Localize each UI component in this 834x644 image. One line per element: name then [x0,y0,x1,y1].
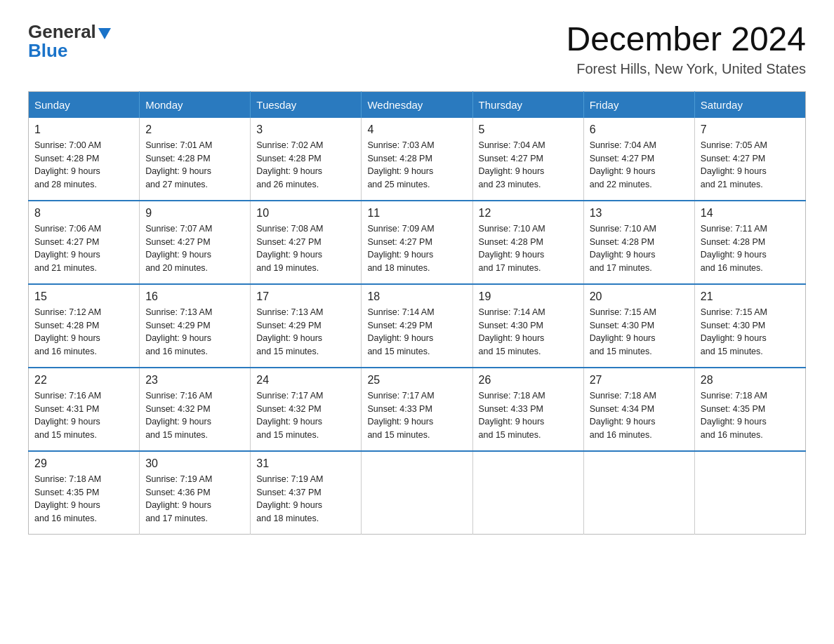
calendar-cell: 14 Sunrise: 7:11 AM Sunset: 4:28 PM Dayl… [694,201,805,284]
logo-triangle-icon [98,28,111,39]
day-info: Sunrise: 7:17 AM Sunset: 4:32 PM Dayligh… [256,389,355,442]
day-info: Sunrise: 7:04 AM Sunset: 4:27 PM Dayligh… [479,139,578,192]
day-number: 19 [479,290,578,303]
day-info: Sunrise: 7:13 AM Sunset: 4:29 PM Dayligh… [145,306,244,358]
day-number: 15 [34,290,133,303]
calendar-cell: 24 Sunrise: 7:17 AM Sunset: 4:32 PM Dayl… [251,368,362,451]
calendar-week-3: 15 Sunrise: 7:12 AM Sunset: 4:28 PM Dayl… [29,284,806,368]
day-number: 5 [479,123,578,136]
day-info: Sunrise: 7:10 AM Sunset: 4:28 PM Dayligh… [479,222,578,275]
calendar-cell: 29 Sunrise: 7:18 AM Sunset: 4:35 PM Dayl… [29,451,140,535]
day-header-saturday: Saturday [694,91,805,118]
day-info: Sunrise: 7:00 AM Sunset: 4:28 PM Dayligh… [34,139,133,192]
calendar-cell: 13 Sunrise: 7:10 AM Sunset: 4:28 PM Dayl… [583,201,694,284]
day-number: 13 [590,207,689,220]
calendar-cell: 25 Sunrise: 7:17 AM Sunset: 4:33 PM Dayl… [362,368,472,451]
day-number: 4 [367,123,466,136]
calendar-cell: 31 Sunrise: 7:19 AM Sunset: 4:37 PM Dayl… [251,451,362,535]
day-info: Sunrise: 7:04 AM Sunset: 4:27 PM Dayligh… [590,139,689,192]
day-info: Sunrise: 7:01 AM Sunset: 4:28 PM Dayligh… [145,139,244,192]
day-number: 2 [145,123,244,136]
day-number: 24 [256,374,355,387]
calendar-cell: 18 Sunrise: 7:14 AM Sunset: 4:29 PM Dayl… [362,284,472,368]
logo: General Blue [28,21,111,62]
day-header-tuesday: Tuesday [251,91,362,118]
calendar-cell: 16 Sunrise: 7:13 AM Sunset: 4:29 PM Dayl… [140,284,251,368]
calendar-cell: 3 Sunrise: 7:02 AM Sunset: 4:28 PM Dayli… [251,118,362,201]
logo-blue: Blue [28,40,67,62]
day-number: 12 [479,207,578,220]
day-info: Sunrise: 7:08 AM Sunset: 4:27 PM Dayligh… [256,222,355,275]
day-info: Sunrise: 7:18 AM Sunset: 4:35 PM Dayligh… [34,473,133,525]
month-title: December 2024 [566,21,806,58]
day-number: 3 [256,123,355,136]
day-number: 6 [590,123,689,136]
day-info: Sunrise: 7:10 AM Sunset: 4:28 PM Dayligh… [590,222,689,275]
day-number: 10 [256,207,355,220]
calendar-week-4: 22 Sunrise: 7:16 AM Sunset: 4:31 PM Dayl… [29,368,806,451]
calendar-cell: 22 Sunrise: 7:16 AM Sunset: 4:31 PM Dayl… [29,368,140,451]
day-number: 31 [256,457,355,470]
day-number: 11 [367,207,466,220]
day-info: Sunrise: 7:19 AM Sunset: 4:36 PM Dayligh… [145,473,244,525]
calendar-week-1: 1 Sunrise: 7:00 AM Sunset: 4:28 PM Dayli… [29,118,806,201]
location-subtitle: Forest Hills, New York, United States [566,61,806,77]
calendar-cell: 10 Sunrise: 7:08 AM Sunset: 4:27 PM Dayl… [251,201,362,284]
day-info: Sunrise: 7:11 AM Sunset: 4:28 PM Dayligh… [701,222,800,275]
calendar-cell: 6 Sunrise: 7:04 AM Sunset: 4:27 PM Dayli… [583,118,694,201]
title-section: December 2024 Forest Hills, New York, Un… [566,21,806,77]
day-info: Sunrise: 7:15 AM Sunset: 4:30 PM Dayligh… [701,306,800,358]
day-info: Sunrise: 7:15 AM Sunset: 4:30 PM Dayligh… [590,306,689,358]
day-number: 9 [145,207,244,220]
calendar-cell: 12 Sunrise: 7:10 AM Sunset: 4:28 PM Dayl… [472,201,583,284]
day-info: Sunrise: 7:17 AM Sunset: 4:33 PM Dayligh… [367,389,466,442]
day-info: Sunrise: 7:07 AM Sunset: 4:27 PM Dayligh… [145,222,244,275]
day-info: Sunrise: 7:16 AM Sunset: 4:32 PM Dayligh… [145,389,244,442]
calendar-cell: 8 Sunrise: 7:06 AM Sunset: 4:27 PM Dayli… [29,201,140,284]
calendar-cell: 17 Sunrise: 7:13 AM Sunset: 4:29 PM Dayl… [251,284,362,368]
day-number: 21 [701,290,800,303]
day-number: 18 [367,290,466,303]
day-number: 23 [145,374,244,387]
day-info: Sunrise: 7:18 AM Sunset: 4:33 PM Dayligh… [479,389,578,442]
calendar-table: SundayMondayTuesdayWednesdayThursdayFrid… [28,91,806,535]
day-number: 1 [34,123,133,136]
calendar-cell [472,451,583,535]
calendar-cell [583,451,694,535]
calendar-cell: 20 Sunrise: 7:15 AM Sunset: 4:30 PM Dayl… [583,284,694,368]
day-number: 27 [590,374,689,387]
calendar-cell: 9 Sunrise: 7:07 AM Sunset: 4:27 PM Dayli… [140,201,251,284]
day-info: Sunrise: 7:14 AM Sunset: 4:30 PM Dayligh… [479,306,578,358]
day-number: 8 [34,207,133,220]
calendar-cell: 23 Sunrise: 7:16 AM Sunset: 4:32 PM Dayl… [140,368,251,451]
day-header-sunday: Sunday [29,91,140,118]
day-header-friday: Friday [583,91,694,118]
day-number: 22 [34,374,133,387]
calendar-cell: 28 Sunrise: 7:18 AM Sunset: 4:35 PM Dayl… [694,368,805,451]
calendar-cell: 19 Sunrise: 7:14 AM Sunset: 4:30 PM Dayl… [472,284,583,368]
calendar-cell: 11 Sunrise: 7:09 AM Sunset: 4:27 PM Dayl… [362,201,472,284]
day-number: 25 [367,374,466,387]
day-info: Sunrise: 7:13 AM Sunset: 4:29 PM Dayligh… [256,306,355,358]
calendar-cell: 1 Sunrise: 7:00 AM Sunset: 4:28 PM Dayli… [29,118,140,201]
day-info: Sunrise: 7:19 AM Sunset: 4:37 PM Dayligh… [256,473,355,525]
calendar-header-row: SundayMondayTuesdayWednesdayThursdayFrid… [29,91,806,118]
day-number: 28 [701,374,800,387]
calendar-cell: 21 Sunrise: 7:15 AM Sunset: 4:30 PM Dayl… [694,284,805,368]
calendar-week-2: 8 Sunrise: 7:06 AM Sunset: 4:27 PM Dayli… [29,201,806,284]
day-info: Sunrise: 7:05 AM Sunset: 4:27 PM Dayligh… [701,139,800,192]
day-header-wednesday: Wednesday [362,91,472,118]
day-number: 29 [34,457,133,470]
calendar-cell: 30 Sunrise: 7:19 AM Sunset: 4:36 PM Dayl… [140,451,251,535]
day-info: Sunrise: 7:14 AM Sunset: 4:29 PM Dayligh… [367,306,466,358]
calendar-cell: 5 Sunrise: 7:04 AM Sunset: 4:27 PM Dayli… [472,118,583,201]
day-number: 26 [479,374,578,387]
day-header-monday: Monday [140,91,251,118]
day-info: Sunrise: 7:18 AM Sunset: 4:35 PM Dayligh… [701,389,800,442]
calendar-cell [694,451,805,535]
day-info: Sunrise: 7:18 AM Sunset: 4:34 PM Dayligh… [590,389,689,442]
day-info: Sunrise: 7:16 AM Sunset: 4:31 PM Dayligh… [34,389,133,442]
day-header-thursday: Thursday [472,91,583,118]
day-info: Sunrise: 7:03 AM Sunset: 4:28 PM Dayligh… [367,139,466,192]
day-number: 20 [590,290,689,303]
